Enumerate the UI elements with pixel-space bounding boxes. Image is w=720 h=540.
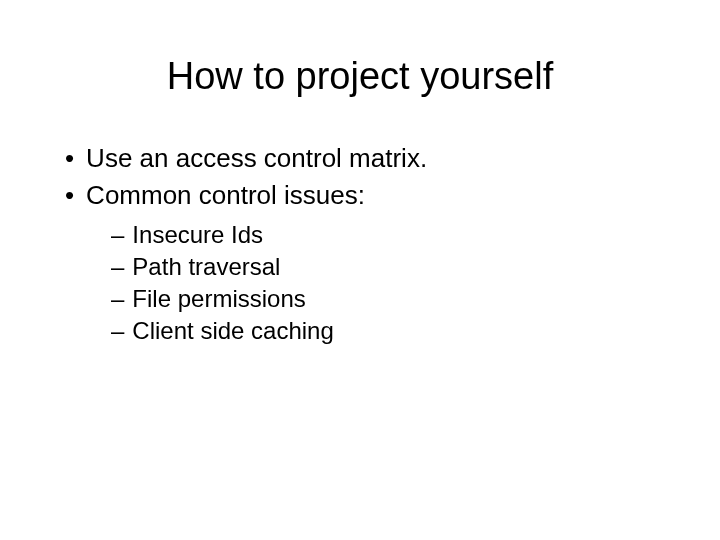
bullet-text: Common control issues: bbox=[86, 180, 365, 211]
bullet-item: • Common control issues: bbox=[65, 180, 665, 211]
sub-bullet-item: – Path traversal bbox=[111, 253, 665, 281]
bullet-text: Use an access control matrix. bbox=[86, 143, 427, 174]
dash-icon: – bbox=[111, 221, 124, 249]
sub-bullet-text: Insecure Ids bbox=[132, 221, 263, 249]
bullet-icon: • bbox=[65, 143, 74, 174]
sub-bullet-item: – Insecure Ids bbox=[111, 221, 665, 249]
slide-title: How to project yourself bbox=[55, 55, 665, 98]
sub-bullet-text: Path traversal bbox=[132, 253, 280, 281]
bullet-icon: • bbox=[65, 180, 74, 211]
dash-icon: – bbox=[111, 317, 124, 345]
dash-icon: – bbox=[111, 253, 124, 281]
dash-icon: – bbox=[111, 285, 124, 313]
sub-bullet-item: – Client side caching bbox=[111, 317, 665, 345]
bullet-item: • Use an access control matrix. bbox=[65, 143, 665, 174]
sub-bullet-item: – File permissions bbox=[111, 285, 665, 313]
sub-bullet-text: File permissions bbox=[132, 285, 305, 313]
sub-bullet-text: Client side caching bbox=[132, 317, 333, 345]
